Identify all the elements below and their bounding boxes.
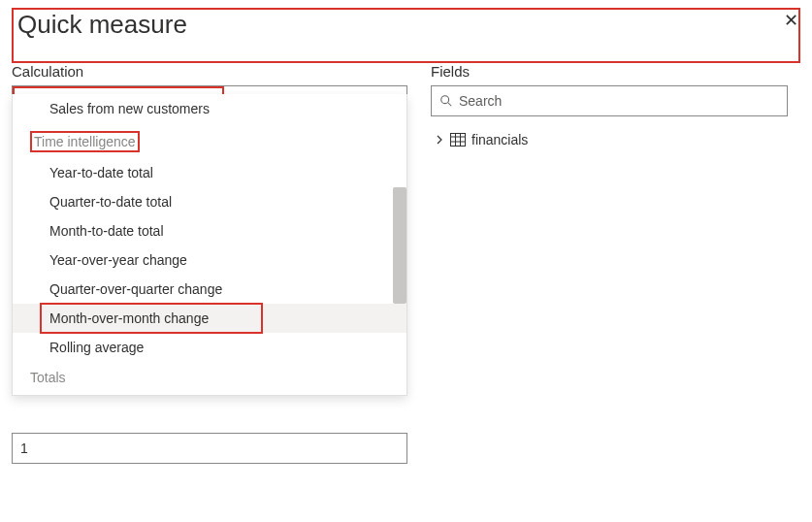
group-totals: Totals bbox=[13, 362, 406, 391]
svg-point-0 bbox=[441, 96, 449, 104]
option-ytd-total[interactable]: Year-to-date total bbox=[13, 158, 406, 187]
option-rolling-average[interactable]: Rolling average bbox=[13, 333, 406, 362]
calculation-dropdown-list: Sales from new customers Time intelligen… bbox=[12, 94, 407, 396]
fields-search-wrap[interactable] bbox=[431, 85, 788, 116]
group-time-intelligence: Time intelligence bbox=[13, 123, 406, 158]
calculation-label: Calculation bbox=[12, 63, 407, 80]
option-mtd-total[interactable]: Month-to-date total bbox=[13, 216, 406, 245]
fields-table-financials[interactable]: financials bbox=[431, 130, 788, 149]
fields-label: Fields bbox=[431, 63, 788, 80]
chevron-right-icon bbox=[435, 135, 444, 145]
search-icon bbox=[439, 94, 453, 108]
fields-search-input[interactable] bbox=[459, 93, 779, 109]
option-sales-new-customers[interactable]: Sales from new customers bbox=[13, 94, 406, 123]
dialog-title: Quick measure bbox=[17, 10, 187, 40]
svg-line-1 bbox=[448, 103, 452, 107]
close-icon[interactable]: ✕ bbox=[784, 12, 798, 29]
option-yoy-change[interactable]: Year-over-year change bbox=[13, 245, 406, 275]
annotation-highlight-group: Time intelligence bbox=[30, 131, 140, 152]
option-mom-change[interactable]: Month-over-month change bbox=[13, 304, 406, 333]
option-mom-change-label: Month-over-month change bbox=[49, 310, 209, 326]
svg-rect-2 bbox=[451, 134, 466, 147]
table-icon bbox=[450, 133, 466, 147]
option-qoq-change[interactable]: Quarter-over-quarter change bbox=[13, 275, 406, 304]
dropdown-scrollbar-thumb[interactable] bbox=[393, 187, 406, 304]
option-qtd-total[interactable]: Quarter-to-date total bbox=[13, 187, 406, 216]
number-of-periods-input[interactable]: 1 bbox=[12, 433, 407, 464]
number-of-periods-value: 1 bbox=[20, 440, 28, 456]
annotation-highlight-title: Quick measure bbox=[12, 8, 800, 63]
fields-table-financials-label: financials bbox=[471, 132, 528, 147]
